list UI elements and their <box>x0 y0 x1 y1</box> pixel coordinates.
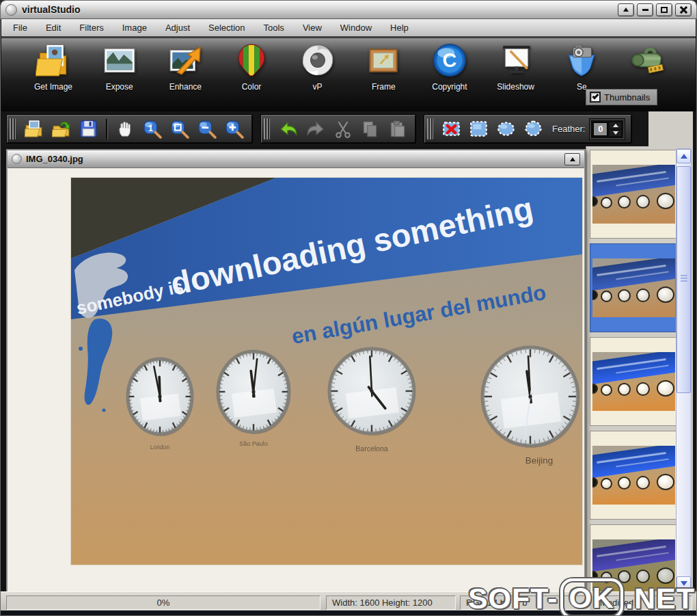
thumbnail-item[interactable] <box>590 243 678 332</box>
cut-button[interactable] <box>331 118 354 141</box>
photo-content: somebody is downloading something en alg… <box>71 178 582 565</box>
scissors-icon <box>333 120 353 139</box>
minimize-icon <box>642 9 648 11</box>
zoom-actual-icon: 1 <box>143 120 162 139</box>
close-icon <box>680 6 687 14</box>
deselect-icon <box>441 119 461 139</box>
balloon-icon <box>233 42 270 79</box>
open-image-icon <box>25 120 43 138</box>
edit-group <box>260 114 416 144</box>
menubar: File Edit Filters Image Adjust Selection… <box>1 19 696 38</box>
thumbnail-item[interactable] <box>590 150 678 239</box>
hand-icon <box>115 120 135 139</box>
zoom-actual-button[interactable]: 1 <box>141 118 163 141</box>
hand-tool-button[interactable] <box>113 118 136 141</box>
landscape-photo-icon <box>101 42 138 79</box>
rect-select-button[interactable] <box>467 118 490 141</box>
app-title: virtualStudio <box>22 4 81 15</box>
aperture-icon <box>299 42 336 79</box>
ellipse-select-icon <box>496 119 516 139</box>
deselect-button[interactable] <box>440 118 463 141</box>
rollup-button[interactable] <box>618 3 634 16</box>
rollup-icon <box>570 155 575 161</box>
polygon-select-button[interactable] <box>522 118 545 141</box>
toolbar-grip[interactable] <box>427 118 433 139</box>
thumbnails-scrollbar[interactable] <box>676 148 692 591</box>
svg-text:São Paulo: São Paulo <box>239 440 268 447</box>
paste-button[interactable] <box>386 118 409 141</box>
enhance-button[interactable]: Enhance <box>154 42 217 111</box>
menu-selection[interactable]: Selection <box>208 23 245 33</box>
toolbar-separator <box>106 119 107 139</box>
svg-text:London: London <box>150 444 170 451</box>
color-button[interactable]: Color <box>220 42 283 111</box>
rect-select-icon <box>469 119 489 139</box>
open-folder-button[interactable] <box>50 118 72 141</box>
check-icon <box>592 93 599 100</box>
svg-text:1: 1 <box>148 122 152 133</box>
menu-edit[interactable]: Edit <box>46 23 61 33</box>
menu-image[interactable]: Image <box>122 23 147 33</box>
slideshow-button[interactable]: Slideshow <box>484 42 547 111</box>
app-window: virtualStudio File Edit Filters Image Ad… <box>0 0 697 616</box>
thumbnails-panel <box>586 105 693 593</box>
arrow-up-icon <box>613 121 618 127</box>
ellipse-select-button[interactable] <box>495 118 517 141</box>
undo-icon <box>279 120 298 139</box>
menu-adjust[interactable]: Adjust <box>165 23 190 33</box>
frame-button[interactable]: Frame <box>352 42 415 111</box>
folder-photo-icon <box>35 42 72 79</box>
feather-label: Feather: <box>552 124 585 134</box>
save-button[interactable] <box>77 118 100 141</box>
thumbnail-item[interactable] <box>590 431 678 520</box>
thumbnails-checkbox[interactable] <box>590 92 601 103</box>
menu-tools[interactable]: Tools <box>264 23 284 33</box>
feather-up-button[interactable] <box>610 122 621 129</box>
redo-button[interactable] <box>304 118 327 141</box>
menu-help[interactable]: Help <box>390 23 409 33</box>
menu-filters[interactable]: Filters <box>79 23 103 33</box>
zoom-in-button[interactable] <box>223 118 245 141</box>
close-button[interactable] <box>675 3 692 16</box>
feather-down-button[interactable] <box>610 130 621 136</box>
window-controls <box>618 3 692 16</box>
menu-file[interactable]: File <box>13 23 27 33</box>
projector-screen-icon <box>497 42 534 79</box>
feather-value[interactable]: 0 <box>593 122 607 136</box>
thumbnail-image <box>592 165 675 224</box>
minimize-button[interactable] <box>637 3 653 16</box>
redo-icon <box>306 120 325 139</box>
undo-button[interactable] <box>277 118 299 141</box>
camera-folder-icon <box>563 42 600 79</box>
zoom-fit-button[interactable] <box>168 118 191 141</box>
film-projector-icon <box>629 42 666 79</box>
picture-frame-icon <box>365 42 402 79</box>
menu-view[interactable]: View <box>303 23 322 33</box>
menu-window[interactable]: Window <box>340 23 372 33</box>
secondary-toolbar: 1 <box>1 111 648 146</box>
dimensions-panel: Width: 1600 Height: 1200 <box>326 595 456 610</box>
thumbnails-toggle[interactable]: Thumbnails <box>586 89 657 105</box>
vp-button[interactable]: vP <box>286 42 349 111</box>
thumbnail-item[interactable] <box>590 337 678 426</box>
document-titlebar[interactable]: IMG_0340.jpg <box>8 150 584 168</box>
open-image-button[interactable] <box>23 118 45 141</box>
thumbnails-toggle-label: Thumbnails <box>604 92 650 103</box>
image-canvas[interactable]: somebody is downloading something en alg… <box>8 169 584 591</box>
copy-icon <box>361 120 380 139</box>
toolbar-grip[interactable] <box>264 118 270 139</box>
svg-text:Beijing: Beijing <box>525 455 554 466</box>
expose-button[interactable]: Expose <box>88 42 151 111</box>
toolbar-grip[interactable] <box>10 118 16 139</box>
zoom-out-button[interactable] <box>195 118 218 141</box>
copyright-circle-icon: C <box>431 42 468 79</box>
get-image-button[interactable]: Get Image <box>22 42 85 111</box>
maximize-button[interactable] <box>656 3 672 16</box>
open-folder-icon <box>52 120 70 138</box>
polygon-select-icon <box>523 119 543 139</box>
document-rollup-button[interactable] <box>564 153 580 165</box>
scroll-up-button[interactable] <box>676 149 691 163</box>
scrollbar-thumb[interactable] <box>676 166 691 393</box>
copyright-button[interactable]: C Copyright <box>418 42 481 111</box>
copy-button[interactable] <box>359 118 381 141</box>
